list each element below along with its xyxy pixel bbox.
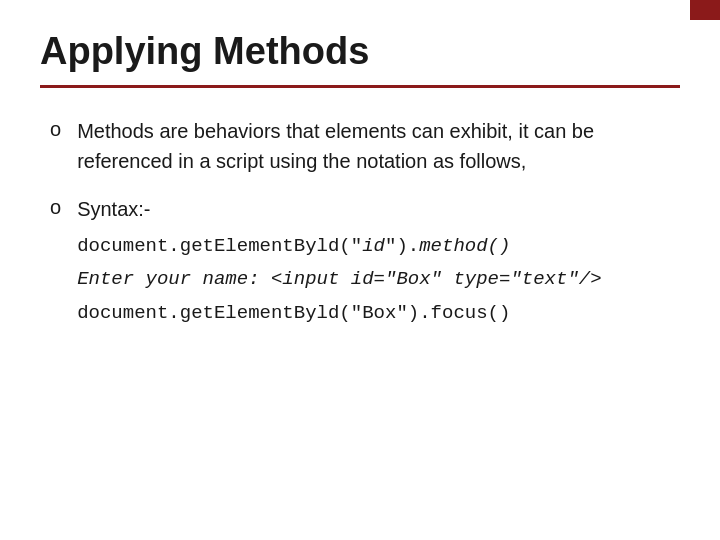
code-line-3: document.getElementByld("Box").focus() [77,295,602,328]
title-area: Applying Methods [40,30,680,88]
sub-content: document.getElementByld("id").method() E… [77,228,602,328]
code-line-1: document.getElementByld("id").method() [77,228,602,261]
content-area: o Methods are behaviors that elements ca… [40,116,680,328]
bullet-marker-1: o [50,118,61,141]
code-italic-2: Enter your name: <input id="Box" type="t… [77,268,602,290]
slide: Applying Methods o Methods are behaviors… [0,0,720,540]
bullet-item-1: o Methods are behaviors that elements ca… [50,116,680,176]
syntax-label: Syntax:- [77,198,150,220]
slide-title: Applying Methods [40,30,680,73]
code-normal-3: document.getElementByld("Box").focus() [77,302,510,324]
bullet-text-1: Methods are behaviors that elements can … [77,116,680,176]
bullet-text-2: Syntax:- document.getElementByld("id").m… [77,194,602,328]
bullet-item-2: o Syntax:- document.getElementByld("id")… [50,194,680,328]
corner-accent [690,0,720,20]
code-normal-1: document.getElementByld("id").method() [77,235,510,257]
title-divider [40,85,680,88]
code-line-2: Enter your name: <input id="Box" type="t… [77,261,602,294]
bullet-marker-2: o [50,196,61,219]
